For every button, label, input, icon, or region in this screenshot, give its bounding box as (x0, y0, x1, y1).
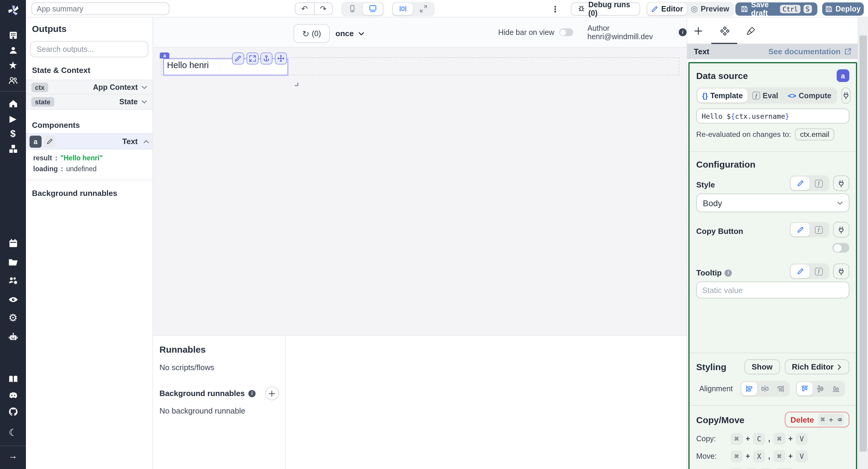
expand-component-button[interactable] (246, 52, 258, 64)
anchor-component-button[interactable] (260, 52, 273, 64)
component-type-header: Text See documentation (687, 44, 858, 59)
connect-plug-button[interactable] (841, 87, 850, 104)
variables-icon[interactable]: $ (7, 128, 19, 139)
save-draft-button[interactable]: Save draft Ctrl S (735, 2, 817, 15)
state-output-row[interactable]: state State (26, 95, 152, 110)
desktop-view-button[interactable] (363, 3, 383, 15)
template-code-editor[interactable]: Hello ${ctx.username} (696, 108, 849, 124)
rename-component-button[interactable] (43, 135, 56, 147)
connect-plug-button[interactable] (833, 176, 849, 191)
template-tab[interactable]: {} Template (698, 89, 748, 102)
delete-component-button[interactable]: Delete ⌘ + ⌫ (785, 412, 849, 428)
settings-icon[interactable]: ⚙ (7, 312, 19, 324)
move-component-button[interactable] (275, 52, 287, 64)
user-icon[interactable] (7, 44, 19, 56)
info-icon[interactable]: i (725, 269, 732, 276)
copy-button-toggle[interactable] (832, 243, 849, 253)
panel-scrollbar[interactable] (858, 18, 868, 469)
deploy-button[interactable]: Deploy (822, 2, 864, 15)
component-settings-tab[interactable] (719, 25, 730, 36)
info-icon[interactable]: i (679, 29, 687, 36)
resize-handle[interactable] (295, 82, 299, 86)
editor-tab[interactable]: Editor (647, 3, 687, 15)
edit-component-button[interactable] (232, 52, 244, 64)
workspace-icon[interactable] (7, 30, 19, 41)
align-left-button[interactable] (741, 382, 757, 396)
info-icon[interactable]: i (248, 390, 255, 397)
schedule-dropdown[interactable]: once (336, 24, 364, 43)
home-icon[interactable] (7, 98, 19, 109)
dark-mode-icon[interactable]: ☾ (7, 427, 19, 438)
ctx-badge: ctx (31, 82, 48, 92)
connect-plug-button[interactable] (833, 263, 849, 279)
eval-fn-button[interactable]: ƒ (809, 223, 828, 236)
data-source-title: Data source (696, 70, 748, 81)
resources-icon[interactable] (7, 143, 19, 154)
preview-tab[interactable]: ◎ Preview (687, 3, 733, 15)
code-prefix: Hello $ (702, 112, 731, 120)
audit-eye-icon[interactable] (7, 293, 19, 305)
windmill-logo[interactable] (6, 4, 20, 18)
eval-fn-button[interactable]: ƒ (809, 264, 828, 278)
eval-fn-button[interactable]: ƒ (809, 177, 828, 190)
connect-plug-button[interactable] (833, 222, 849, 238)
hide-bar-toggle[interactable] (559, 29, 573, 36)
compute-tab[interactable]: <> Compute (783, 89, 836, 102)
refresh-button[interactable]: ↻ (0) (293, 24, 330, 43)
schedules-icon[interactable] (7, 238, 19, 249)
redo-button[interactable]: ↷ (314, 2, 333, 15)
collapse-sidebar-icon[interactable]: → (7, 450, 19, 461)
docs-book-icon[interactable] (7, 373, 19, 385)
more-menu-button[interactable]: ⋮ (552, 2, 559, 15)
folders-icon[interactable] (7, 256, 19, 268)
search-outputs-input[interactable] (30, 41, 148, 57)
groups-icon[interactable] (7, 75, 19, 86)
align-bottom-button[interactable] (828, 382, 844, 396)
static-pencil-button[interactable] (791, 264, 809, 278)
ai-robot-icon[interactable] (7, 331, 19, 342)
see-documentation-link[interactable]: See documentation (768, 47, 851, 56)
runs-icon[interactable]: ▶ (7, 113, 19, 124)
global-styling-tab[interactable] (746, 25, 756, 36)
save-icon (825, 5, 832, 13)
add-component-tab[interactable] (692, 25, 704, 36)
align-top-button[interactable] (797, 382, 812, 396)
tooltip-input[interactable] (696, 282, 849, 299)
divider (689, 151, 856, 152)
chevron-down-icon[interactable] (141, 100, 147, 104)
center-canvas-button[interactable] (393, 3, 413, 15)
align-middle-button[interactable] (812, 382, 828, 396)
loading-prop[interactable]: loading : undefined (33, 165, 152, 173)
rich-editor-button[interactable]: Rich Editor (784, 359, 849, 374)
ctx-output-row[interactable]: ctx App Context (26, 80, 152, 95)
style-mode-toggle: ƒ (789, 176, 830, 191)
align-center-h-button[interactable] (757, 382, 772, 396)
groups-admin-icon[interactable] (7, 275, 19, 286)
static-pencil-button[interactable] (791, 177, 809, 190)
static-pencil-button[interactable] (791, 223, 809, 236)
canvas-toolbar: ↻ (0) once Hide bar on view Author henri… (153, 18, 687, 47)
chevron-up-icon[interactable] (143, 139, 149, 143)
reeval-dependency-badge[interactable]: ctx.email (795, 128, 834, 140)
scrollbar-thumb[interactable] (859, 36, 867, 451)
discord-icon[interactable] (7, 389, 19, 401)
mobile-view-button[interactable] (342, 3, 362, 15)
result-prop[interactable]: result : "Hello henri" (33, 154, 152, 162)
top-bar: ↶ ↷ ⋮ Debug runs (0) (26, 0, 868, 18)
align-right-button[interactable] (772, 382, 788, 396)
add-background-runnable-button[interactable] (265, 386, 279, 400)
show-styling-button[interactable]: Show (744, 359, 780, 374)
app-summary-input[interactable] (31, 2, 169, 15)
fullscreen-canvas-button[interactable] (413, 3, 433, 15)
eval-label: Eval (763, 91, 778, 100)
eval-tab[interactable]: ƒ Eval (748, 89, 783, 102)
undo-button[interactable]: ↶ (295, 2, 314, 15)
editor-preview-toggle: Editor ◎ Preview (646, 1, 734, 16)
chevron-down-icon[interactable] (141, 85, 147, 89)
app-canvas[interactable]: a Hello henri (153, 47, 687, 335)
style-select[interactable]: Body (696, 193, 849, 212)
debug-runs-button[interactable]: Debug runs (0) (571, 2, 640, 15)
favorites-icon[interactable]: ★ (7, 60, 19, 71)
component-a-row[interactable]: a Text (26, 133, 152, 150)
github-icon[interactable] (7, 406, 19, 417)
